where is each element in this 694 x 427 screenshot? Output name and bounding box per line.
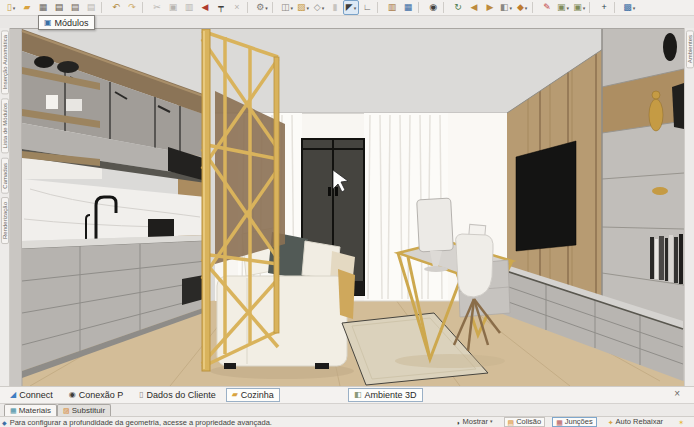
tab-connect-label: Connect [19,390,53,400]
cube-3d-button[interactable]: ◆▾ [514,0,530,15]
status-magic[interactable]: ✶ [674,418,688,427]
cube-3d-icon: ◆ [517,3,524,12]
paste-icon: ▥ [185,3,194,12]
right-panel-tab-1[interactable]: Ambientes [686,30,694,68]
open-folder-icon: ▰ [24,3,31,12]
texture-fill-icon: ▨ [297,3,306,12]
left-panel-tab-3[interactable]: Camadas [1,158,9,194]
tab-dados-do-cliente[interactable]: ▯Dados do Cliente [133,388,221,402]
shape-tool-button[interactable]: ◇▾ [311,0,327,15]
status-mostrar-icon: ◗ [456,419,460,426]
main-toolbar: ▯▾▰▦▤▤▤↶↷✂▣▥◀┯×⚙▾◫▾▨▾◇▾▮◤▾∟▥▦◉↻◀▶◧▾◆▾✎▣▾… [0,0,694,16]
cozinha-icon: ▰ [232,391,238,399]
print-preview-button[interactable]: ▤ [83,0,99,15]
tab-materiais-label: Materiais [19,406,51,415]
move-left-icon: ◀ [471,3,478,12]
tab-cozinha-label: Cozinha [241,390,274,400]
toolbar-separator [443,2,448,13]
camera-view-b-button[interactable]: ▣▾ [571,0,587,15]
measure-tool-button[interactable]: ∟ [359,0,375,15]
bottom-tab-bar: ◢Connect◉Conexão P▯Dados do Cliente▰Cozi… [0,386,694,403]
open-folder-button[interactable]: ▰ [19,0,35,15]
viewport-layout-icon: ◧ [500,3,509,12]
toolbar-separator [247,2,252,13]
right-panel-strip: Ambientes [684,28,694,386]
dropdown-caret-icon: ▾ [291,5,294,11]
tab-substituir-label: Substituir [72,406,105,415]
status-juncoes-icon: ▦ [556,419,563,426]
render-settings-button[interactable]: ⚙▾ [254,0,270,15]
status-magic-icon: ✶ [678,419,684,426]
dropdown-caret-icon: ▾ [490,419,493,425]
copy-button[interactable]: ▣ [165,0,181,15]
cut-button[interactable]: ✂ [149,0,165,15]
connector-edit-button[interactable]: ✎ [539,0,555,15]
status-mostrar[interactable]: ◗Mostrar▾ [452,417,496,427]
modules-chip-label: Módulos [55,18,89,28]
status-colisao-label: Colisão [516,418,541,426]
conexao-p-icon: ◉ [69,391,76,399]
delete-button[interactable]: × [229,0,245,15]
redo-icon: ↷ [128,3,136,12]
module-3d-button[interactable]: ▦ [400,0,416,15]
window-layout-button[interactable]: ◫▾ [279,0,295,15]
left-panel-tab-2[interactable]: Lista de Módulos [1,98,9,153]
print-alt-button[interactable]: ▤ [67,0,83,15]
close-icon[interactable]: × [674,389,680,399]
toolbar-separator [101,2,106,13]
texture-fill-button[interactable]: ▨▾ [295,0,311,15]
tab-substituir[interactable]: ▨Substituir [57,404,111,416]
left-panel-tab-1[interactable]: Inserção Automática [1,30,9,94]
camera-view-b-icon: ▣ [573,3,582,12]
toolbar-separator [589,2,594,13]
3d-viewport[interactable] [10,28,684,386]
rotate-module-button[interactable]: ↻ [450,0,466,15]
move-right-button[interactable]: ▶ [482,0,498,15]
format-painter-icon: ┯ [218,3,223,12]
redo-button[interactable]: ↷ [124,0,140,15]
inactive-tool-button[interactable]: ▮ [327,0,343,15]
left-panel-tab-4[interactable]: Renderização [1,197,9,244]
tab-ambiente-3d[interactable]: ◧ Ambiente 3D [348,388,423,402]
status-juncoes[interactable]: ▦Junções [552,417,597,427]
status-message: Para configurar a profundidade da geomet… [10,418,272,427]
panels-toggle-button[interactable]: ▩▾ [621,0,637,15]
undo-button[interactable]: ↶ [108,0,124,15]
paint-tool-icon: ◀ [202,3,209,12]
paint-tool-button[interactable]: ◀ [197,0,213,15]
pan-move-button[interactable]: + [596,0,612,15]
panels-toggle-icon: ▩ [623,3,632,12]
modules-chip[interactable]: ▣ Módulos [38,15,95,30]
dropdown-caret-icon: ▾ [525,5,528,11]
ambiente-3d-icon: ◧ [354,391,362,399]
new-document-button[interactable]: ▯▾ [3,0,19,15]
save-button[interactable]: ▦ [35,0,51,15]
select-cursor-button[interactable]: ◤▾ [343,0,359,15]
dropdown-caret-icon: ▾ [322,5,325,11]
select-cursor-icon: ◤ [346,3,353,12]
print-icon: ▤ [55,3,64,12]
tab-connect[interactable]: ◢Connect [4,388,59,402]
tab-dados-do-cliente-label: Dados do Cliente [147,390,216,400]
print-button[interactable]: ▤ [51,0,67,15]
viewport-layout-button[interactable]: ◧▾ [498,0,514,15]
tab-conexao-p[interactable]: ◉Conexão P [63,388,130,402]
shape-tool-icon: ◇ [314,3,321,12]
move-left-button[interactable]: ◀ [466,0,482,15]
measure-tool-icon: ∟ [363,3,372,12]
dropdown-caret-icon: ▾ [13,5,16,11]
move-right-icon: ▶ [487,3,494,12]
tab-cozinha[interactable]: ▰Cozinha [226,388,280,402]
status-auto-rebaixar-label: Auto Rebaixar [616,418,664,426]
toolbar-separator [377,2,382,13]
dropdown-caret-icon: ▾ [354,5,357,11]
camera-view-a-button[interactable]: ▣▾ [555,0,571,15]
tab-ambiente-3d-label: Ambiente 3D [365,390,417,400]
visibility-eye-button[interactable]: ◉ [425,0,441,15]
module-cabinet-button[interactable]: ▥ [384,0,400,15]
format-painter-button[interactable]: ┯ [213,0,229,15]
paste-button[interactable]: ▥ [181,0,197,15]
status-colisao[interactable]: ▤Colisão [504,417,546,427]
tab-materiais[interactable]: ▦Materiais [4,404,57,416]
status-auto-rebaixar[interactable]: ✦Auto Rebaixar [604,417,667,427]
